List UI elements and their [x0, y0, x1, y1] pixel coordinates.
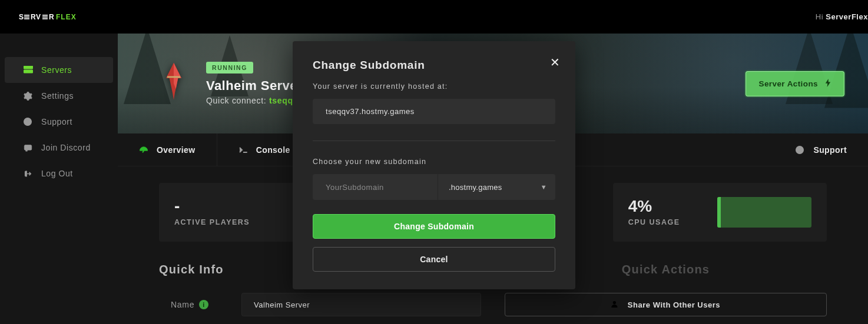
status-badge: RUNNING: [206, 62, 253, 74]
svg-rect-3: [24, 18, 29, 19]
top-bar: S RV R FLEX Hi ServerFlex: [0, 0, 868, 34]
sidebar-item-discord[interactable]: Join Discord: [5, 135, 113, 161]
current-host-value: tseqqv37.hostmy.games: [313, 99, 555, 124]
greeting: Hi ServerFlex: [816, 12, 868, 21]
svg-point-13: [25, 71, 26, 72]
svg-rect-5: [42, 15, 48, 16]
tab-label: Overview: [157, 145, 196, 155]
cpu-usage-fill: [717, 197, 721, 228]
subdomain-input[interactable]: [313, 174, 438, 200]
stat-cpu-usage: 4% CPU USAGE: [613, 183, 827, 242]
modal-title: Change Subdomain: [313, 59, 555, 72]
stat-value: 4%: [628, 198, 680, 215]
info-icon[interactable]: i: [199, 300, 208, 309]
change-subdomain-modal: ✕ Change Subdomain Your server is curren…: [293, 41, 575, 289]
sidebar: Servers Settings ? Support Join Discord …: [0, 34, 118, 324]
tab-overview[interactable]: Overview: [118, 133, 217, 166]
quick-connect: Quick connect: tseqqv: [206, 96, 303, 105]
quick-connect-label: Quick connect:: [206, 96, 269, 105]
chevron-down-icon: ▼: [541, 183, 547, 191]
current-host-label: Your server is currently hosted at:: [313, 82, 555, 91]
domain-select[interactable]: .hostmy.games ▼: [438, 174, 555, 200]
svg-point-21: [613, 301, 616, 304]
svg-text:R: R: [49, 13, 54, 21]
name-label-text: Name: [171, 300, 194, 309]
svg-rect-1: [24, 15, 29, 16]
gear-icon: [24, 92, 33, 101]
svg-rect-2: [24, 16, 29, 18]
domain-select-value: .hostmy.games: [449, 183, 502, 192]
svg-text:RV: RV: [31, 13, 41, 21]
choose-subdomain-label: Choose your new subdomain: [313, 158, 555, 166]
cancel-button[interactable]: Cancel: [313, 247, 555, 272]
share-button[interactable]: Share With Other Users: [505, 293, 827, 316]
svg-text:FLEX: FLEX: [56, 13, 77, 21]
sidebar-item-label: Support: [41, 117, 72, 126]
tab-label: Support: [813, 145, 847, 155]
svg-rect-17: [26, 150, 28, 151]
dashboard-icon: [139, 146, 148, 154]
sidebar-item-label: Servers: [41, 65, 72, 75]
server-actions-label: Server Actions: [759, 79, 818, 88]
sidebar-item-servers[interactable]: Servers: [5, 57, 113, 83]
help-icon: ?: [796, 146, 805, 154]
cpu-usage-bar: [717, 197, 811, 228]
stat-label: CPU USAGE: [628, 218, 680, 226]
tab-support[interactable]: ? Support: [774, 133, 868, 166]
server-actions-button[interactable]: Server Actions: [746, 71, 844, 96]
discord-icon: [24, 144, 33, 152]
help-icon: ?: [24, 118, 33, 126]
svg-rect-6: [42, 16, 48, 18]
sidebar-item-logout[interactable]: Log Out: [5, 161, 113, 186]
server-name-input[interactable]: [241, 293, 481, 316]
stat-value: -: [174, 198, 250, 215]
greeting-hi: Hi: [816, 12, 826, 21]
sidebar-item-label: Join Discord: [41, 143, 91, 152]
share-label: Share With Other Users: [628, 300, 720, 309]
close-icon[interactable]: ✕: [550, 56, 560, 68]
svg-text:?: ?: [26, 119, 29, 125]
lightning-icon: [825, 79, 831, 89]
svg-rect-16: [24, 145, 32, 150]
sidebar-item-label: Log Out: [41, 169, 73, 178]
logout-icon: [24, 170, 33, 178]
brand-logo[interactable]: S RV R FLEX: [19, 0, 95, 34]
stat-label: ACTIVE PLAYERS: [174, 218, 250, 226]
sidebar-item-label: Settings: [41, 91, 74, 101]
greeting-name: ServerFlex: [826, 12, 868, 21]
svg-rect-7: [42, 18, 48, 19]
svg-point-12: [25, 67, 26, 68]
name-label: Name i: [159, 300, 224, 309]
sidebar-item-support[interactable]: ? Support: [5, 109, 113, 135]
change-subdomain-button[interactable]: Change Subdomain: [313, 214, 555, 239]
share-icon: [611, 300, 621, 309]
svg-text:?: ?: [799, 147, 801, 152]
sidebar-item-settings[interactable]: Settings: [5, 83, 113, 109]
game-icon: [159, 57, 188, 110]
servers-icon: [24, 66, 33, 74]
console-icon: [238, 146, 248, 153]
server-title: Valheim Server: [206, 78, 303, 93]
tab-label: Console: [256, 145, 290, 155]
svg-text:S: S: [19, 13, 24, 21]
